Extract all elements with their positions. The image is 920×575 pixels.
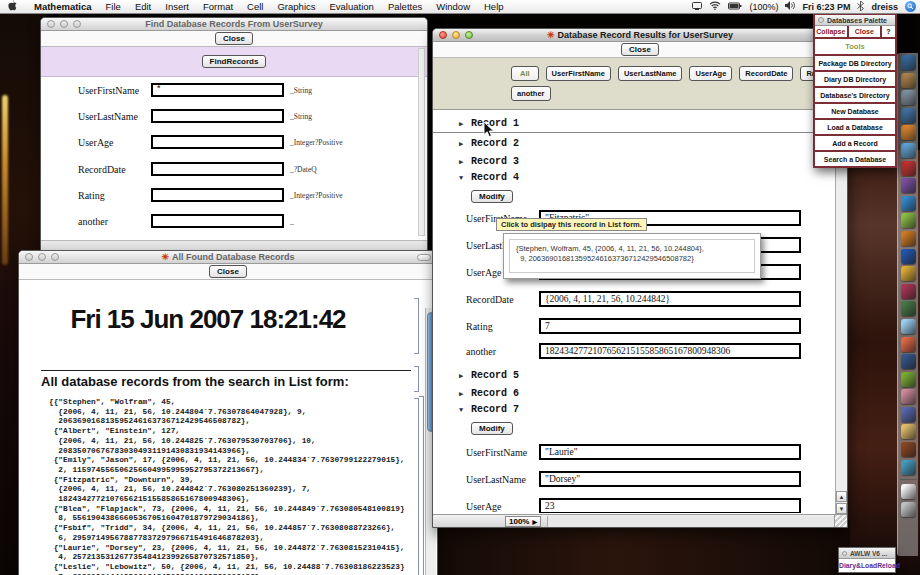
apple-menu-icon[interactable] bbox=[8, 0, 17, 13]
minimize-window-icon[interactable] bbox=[38, 253, 46, 261]
close-window-icon[interactable] bbox=[842, 551, 847, 556]
spotlight-icon[interactable] bbox=[905, 1, 916, 12]
menu-user[interactable]: dreiss bbox=[871, 2, 898, 12]
palette-titlebar[interactable]: Databases Palette bbox=[815, 15, 895, 26]
menu-item-mathematica[interactable]: Mathematica bbox=[27, 1, 99, 12]
rating-value[interactable]: 7 bbox=[539, 318, 801, 334]
dock-app-15-icon[interactable] bbox=[901, 301, 916, 316]
dock-app-6-icon[interactable] bbox=[901, 143, 916, 158]
mini-window-titlebar[interactable]: AWLW V6 ... bbox=[839, 548, 895, 559]
dock-app-23-icon[interactable] bbox=[901, 442, 916, 457]
disclosure-collapsed-icon[interactable]: ▶ bbox=[459, 120, 471, 128]
horizontal-scrollbar[interactable] bbox=[547, 516, 834, 527]
close-button[interactable]: Close bbox=[209, 265, 247, 278]
dock-app-8-icon[interactable] bbox=[901, 178, 916, 193]
close-window-icon[interactable] bbox=[25, 253, 33, 261]
minimize-window-icon[interactable] bbox=[452, 31, 460, 39]
resize-grip[interactable] bbox=[834, 515, 847, 527]
menu-item-cell[interactable]: Cell bbox=[240, 1, 270, 12]
dock-trash-icon[interactable] bbox=[901, 502, 916, 517]
diary-load-reload-button[interactable]: Diary&LoadReload bbox=[839, 559, 895, 572]
find-window-titlebar[interactable]: Find Database Records From UserSurvey bbox=[41, 18, 427, 31]
collapse-button[interactable]: Collapse bbox=[815, 26, 849, 37]
zoom-window-icon[interactable] bbox=[73, 20, 81, 28]
results-window-titlebar[interactable]: ✳Database Record Results for UserSurvey bbox=[433, 29, 847, 42]
userfirstname-value[interactable]: "Laurie" bbox=[539, 444, 801, 460]
minimize-window-icon[interactable] bbox=[60, 20, 68, 28]
dock-app-19-icon[interactable] bbox=[901, 372, 916, 387]
record-3-heading[interactable]: ▶Record 3 bbox=[459, 156, 519, 167]
record-2-heading[interactable]: ▶Record 2 bbox=[459, 138, 519, 149]
diary-db-directory-button[interactable]: Diary DB Directory bbox=[815, 72, 895, 88]
dock-app-10-icon[interactable] bbox=[901, 213, 916, 228]
filter-userage-button[interactable]: UserAge bbox=[689, 66, 732, 81]
filter-recorddate-button[interactable]: RecordDate bbox=[739, 66, 793, 81]
disclosure-collapsed-icon[interactable]: ▶ bbox=[459, 158, 471, 166]
dock-app-14-icon[interactable] bbox=[901, 284, 916, 299]
menu-item-edit[interactable]: Edit bbox=[128, 1, 158, 12]
userlastname-value[interactable]: "Dorsey" bbox=[539, 471, 801, 487]
close-button[interactable]: Close bbox=[215, 32, 253, 45]
magnification-control[interactable]: 100% ▶ bbox=[505, 516, 541, 527]
modify-record-4-button[interactable]: Modify bbox=[471, 190, 513, 203]
databases-directory-button[interactable]: Database's Directory bbox=[815, 88, 895, 104]
rating-input[interactable] bbox=[151, 188, 284, 202]
dock-app-9-icon[interactable] bbox=[901, 196, 916, 211]
dock-app-21-icon[interactable] bbox=[901, 407, 916, 422]
cell-bracket[interactable] bbox=[414, 298, 419, 354]
recorddate-input[interactable] bbox=[151, 162, 284, 176]
close-window-icon[interactable] bbox=[47, 20, 55, 28]
add-a-record-button[interactable]: Add a Record bbox=[815, 136, 895, 152]
userlastname-input[interactable] bbox=[151, 109, 284, 123]
zoom-window-icon[interactable] bbox=[465, 31, 473, 39]
menu-item-help[interactable]: Help bbox=[477, 1, 511, 12]
dock-app-11-icon[interactable] bbox=[901, 231, 916, 246]
disclosure-collapsed-icon[interactable]: ▶ bbox=[459, 140, 471, 148]
bluetooth-icon[interactable] bbox=[857, 1, 864, 13]
scroll-up-icon[interactable]: ▲ bbox=[836, 491, 847, 502]
battery-icon[interactable] bbox=[728, 2, 742, 12]
menu-item-graphics[interactable]: Graphics bbox=[270, 1, 322, 12]
filter-userlastname-button[interactable]: UserLastName bbox=[618, 66, 683, 81]
dock-app-12-icon[interactable] bbox=[901, 249, 916, 264]
help-button[interactable]: ? bbox=[882, 26, 895, 37]
close-button[interactable]: Close bbox=[621, 43, 659, 56]
dock-app-24-icon[interactable] bbox=[901, 460, 916, 475]
toolbar-pill-button[interactable] bbox=[417, 254, 431, 261]
filter-all-button[interactable]: All bbox=[511, 66, 539, 81]
disclosure-expanded-icon[interactable]: ▼ bbox=[459, 174, 471, 182]
menu-item-file[interactable]: File bbox=[99, 1, 128, 12]
dock-app-20-icon[interactable] bbox=[901, 389, 916, 404]
menu-item-evaluation[interactable]: Evaluation bbox=[323, 1, 381, 12]
filter-userfirstname-button[interactable]: UserFirstName bbox=[546, 66, 611, 81]
filter-another-button[interactable]: another bbox=[511, 86, 551, 101]
find-window-scrollbar[interactable] bbox=[418, 48, 425, 236]
menu-item-format[interactable]: Format bbox=[196, 1, 240, 12]
load-a-database-button[interactable]: Load a Database bbox=[815, 120, 895, 136]
disclosure-collapsed-icon[interactable]: ▶ bbox=[459, 372, 471, 380]
record-4-heading[interactable]: ▼Record 4 bbox=[459, 172, 519, 183]
menu-clock[interactable]: Fri 6:23 PM bbox=[802, 2, 850, 12]
dock-app-2-icon[interactable] bbox=[901, 73, 916, 88]
close-window-icon[interactable] bbox=[818, 17, 824, 23]
another-input[interactable] bbox=[151, 214, 284, 228]
userage-input[interactable] bbox=[151, 135, 284, 149]
record-6-heading[interactable]: ▶Record 6 bbox=[459, 388, 519, 399]
userage-value[interactable]: 23 bbox=[539, 498, 801, 513]
userfirstname-input[interactable] bbox=[151, 83, 284, 97]
dock-app-4-icon[interactable] bbox=[901, 108, 916, 123]
modify-record-7-button[interactable]: Modify bbox=[471, 422, 513, 435]
recorddate-value[interactable]: {2006, 4, 11, 21, 56, 10.244842} bbox=[539, 291, 801, 307]
list-window-titlebar[interactable]: ✳All Found Database Records bbox=[19, 251, 437, 264]
cell-bracket[interactable] bbox=[419, 396, 424, 575]
new-database-button[interactable]: New Database bbox=[815, 104, 895, 120]
package-db-directory-button[interactable]: Package DB Directory bbox=[815, 56, 895, 72]
search-a-database-button[interactable]: Search a Database bbox=[815, 152, 895, 166]
dock-app-3-icon[interactable] bbox=[901, 90, 916, 105]
palette-close-button[interactable]: Close bbox=[849, 26, 883, 37]
wifi-icon[interactable] bbox=[709, 1, 721, 12]
menu-item-window[interactable]: Window bbox=[429, 1, 477, 12]
menu-item-palettes[interactable]: Palettes bbox=[381, 1, 429, 12]
cell-bracket[interactable] bbox=[414, 366, 419, 392]
dock-document-icon[interactable] bbox=[901, 484, 916, 499]
